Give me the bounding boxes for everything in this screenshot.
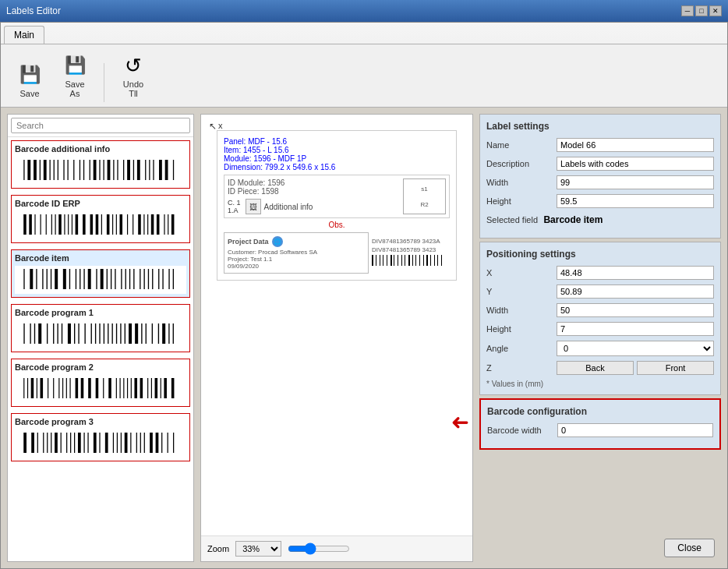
svg-rect-33 [41,214,41,235]
name-input[interactable] [557,138,714,152]
svg-rect-196 [430,255,431,266]
item-label: Barcode program 1 [15,308,186,317]
save-as-label: SaveAs [65,80,84,98]
svg-rect-41 [76,214,79,235]
svg-rect-180 [372,255,373,266]
zoom-select[interactable]: 25% 33% 50% 75% 100% [235,541,281,557]
svg-rect-61 [30,269,33,289]
width-pos-label: Width [486,306,557,315]
svg-rect-63 [42,269,43,289]
bottom-bar: Close [479,534,721,562]
minimize-button[interactable]: ─ [681,5,694,16]
save-as-button[interactable]: 💾 SaveAs [55,49,94,102]
barcode-image [15,157,186,185]
module-id-section: ID Module: 1596 ID Piece: 1598 C. 11.A 🖼… [228,178,313,214]
svg-rect-79 [125,269,126,289]
svg-rect-174 [144,433,145,453]
svg-rect-101 [84,323,85,344]
svg-rect-182 [380,255,380,266]
svg-rect-186 [394,255,394,266]
spacer [479,450,721,534]
list-item[interactable]: Barcode program 3 [11,413,190,461]
svg-rect-18 [113,160,114,180]
svg-rect-162 [83,433,84,453]
svg-rect-119 [173,323,174,344]
search-input[interactable] [11,118,190,133]
svg-rect-149 [171,378,175,398]
list-item-selected[interactable]: Barcode item [11,249,190,298]
info-line3: Module: 1596 - MDF 1P [224,154,306,163]
y-input[interactable] [557,284,714,299]
svg-rect-29 [173,160,174,180]
svg-rect-188 [401,255,402,266]
barcode-svg [23,432,178,455]
save-as-icon: 💾 [62,53,87,78]
center-panel: ↖ x Panel: MDF - 15.6 Item: 1455 - L 15.… [200,114,473,562]
svg-rect-138 [119,378,120,398]
list-item[interactable]: Barcode program 1 [11,304,190,352]
svg-rect-195 [426,255,428,266]
svg-rect-137 [116,378,117,398]
svg-rect-39 [68,214,69,235]
list-item[interactable]: Barcode additional info [11,140,190,189]
svg-rect-84 [148,269,149,289]
svg-rect-55 [151,214,154,235]
preview-panel-info: Panel: MDF - 15.6 Item: 1455 - L 15.6 Mo… [224,137,450,171]
svg-rect-56 [157,214,160,235]
zoom-slider[interactable] [288,542,350,555]
corner-arrow: ↖ [209,121,217,132]
name-label: Name [486,140,557,150]
barcode-width-input[interactable] [557,423,713,437]
item-label: Barcode additional info [15,144,186,154]
info-line4: Dimension: 799.2 x 549.6 x 15.6 [224,163,335,171]
description-input[interactable] [557,157,714,171]
width-pos-input[interactable] [557,303,714,317]
project-icon: 🌐 [272,236,283,247]
svg-rect-175 [150,433,153,453]
ribbon: Main 💾 Save 💾 SaveAs ↺ UndoTll [1,23,727,108]
svg-rect-159 [70,433,71,453]
x-input[interactable] [557,266,714,280]
back-button[interactable]: Back [557,361,634,375]
width-input[interactable] [557,175,714,189]
svg-rect-31 [29,214,32,235]
maximize-button[interactable]: □ [695,5,708,16]
svg-rect-58 [168,214,168,235]
svg-rect-132 [81,378,84,398]
svg-rect-53 [143,214,144,235]
front-button[interactable]: Front [637,361,714,375]
main-content: Barcode additional info Barcode ID ERP [1,108,727,568]
additional-info-label: Additional info [264,203,313,211]
barcode-config-section: Barcode configuration Barcode width [479,398,721,450]
list-item[interactable]: Barcode program 2 [11,359,190,407]
list-item[interactable]: Barcode ID ERP [11,195,190,243]
info-line1: Panel: MDF - 15.6 [224,137,287,146]
svg-rect-22 [133,160,134,180]
svg-rect-99 [74,323,75,344]
item-label: Barcode ID ERP [15,199,186,208]
svg-rect-176 [156,433,159,453]
svg-rect-51 [133,214,133,235]
svg-rect-124 [41,378,44,398]
svg-rect-100 [78,323,79,344]
tab-main[interactable]: Main [4,26,44,44]
height-input[interactable] [557,194,714,208]
height-pos-input[interactable] [557,322,714,336]
save-button[interactable]: 💾 Save [10,58,49,102]
width-row: Width [486,175,714,189]
svg-rect-90 [23,323,24,344]
svg-rect-161 [78,433,81,453]
left-panel: Barcode additional info Barcode ID ERP [7,114,194,562]
angle-select[interactable]: 0 90 180 270 [557,341,714,356]
svg-rect-167 [113,433,114,453]
title-text: Labels Editor [6,5,61,16]
svg-rect-165 [99,433,100,453]
close-button[interactable]: Close [664,539,715,557]
undo-icon: ↺ [121,53,146,78]
svg-rect-109 [120,323,121,344]
svg-rect-83 [143,269,144,289]
undo-button[interactable]: ↺ UndoTll [114,49,153,102]
svg-rect-192 [415,255,416,266]
close-window-button[interactable]: ✕ [709,5,722,16]
svg-rect-110 [125,323,125,344]
